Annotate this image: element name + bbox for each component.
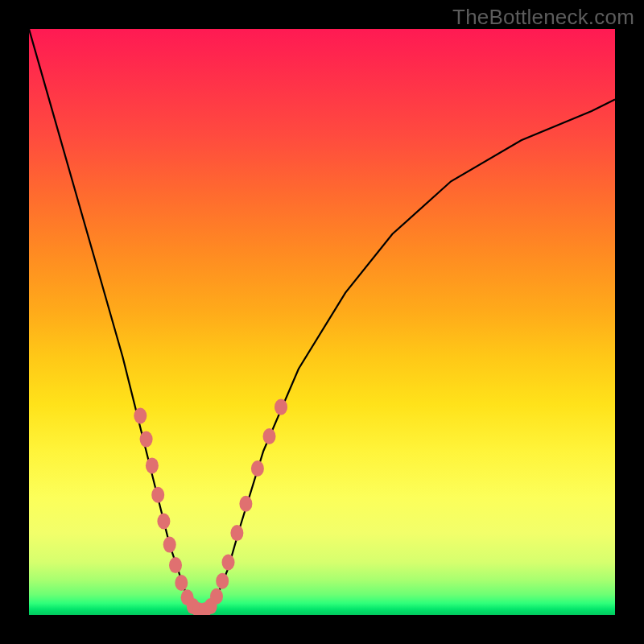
curve-marker xyxy=(169,557,182,573)
curve-marker xyxy=(251,460,264,477)
curve-marker xyxy=(263,428,276,444)
curve-marker xyxy=(163,537,176,553)
curve-marker xyxy=(222,555,235,571)
chart-frame: TheBottleneck.com xyxy=(0,0,644,644)
curve-marker xyxy=(175,575,188,591)
curve-marker xyxy=(216,573,229,589)
bottleneck-curve xyxy=(29,29,615,612)
curve-marker xyxy=(210,588,223,605)
curve-marker xyxy=(151,487,164,503)
curve-marker xyxy=(140,431,153,448)
curve-marker xyxy=(134,408,147,424)
curve-markers xyxy=(134,399,287,615)
curve-marker xyxy=(146,457,159,473)
curve-marker xyxy=(230,525,243,541)
watermark-text: TheBottleneck.com xyxy=(452,5,634,30)
plot-area xyxy=(29,29,615,615)
chart-svg xyxy=(29,29,615,615)
curve-marker xyxy=(157,514,170,530)
curve-marker xyxy=(275,399,287,415)
curve-marker xyxy=(239,496,252,512)
